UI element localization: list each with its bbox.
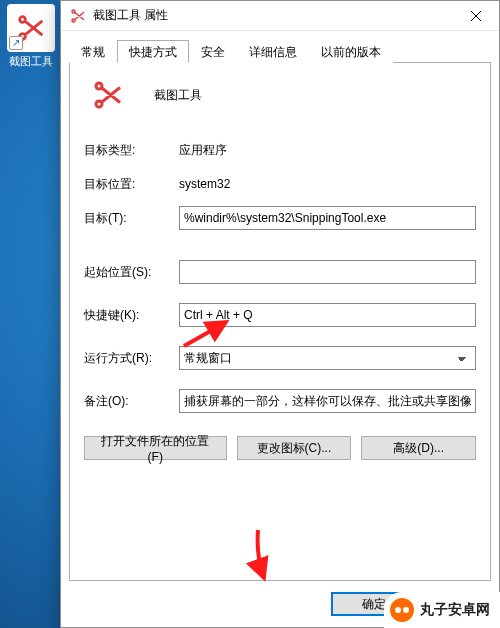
tabstrip: 常规 快捷方式 安全 详细信息 以前的版本: [69, 39, 491, 63]
label-target-type: 目标类型:: [84, 142, 179, 159]
app-name: 截图工具: [154, 87, 202, 104]
titlebar-app-icon: [69, 7, 87, 25]
brand-text: 丸子安卓网: [420, 601, 490, 619]
tab-panel-shortcut: 截图工具 目标类型: 应用程序 目标位置: system32 目标(T): 起始…: [69, 63, 491, 581]
input-comment[interactable]: [179, 389, 476, 413]
label-start-in: 起始位置(S):: [84, 264, 179, 281]
label-target: 目标(T):: [84, 210, 179, 227]
value-target-type: 应用程序: [179, 142, 227, 159]
value-target-location: system32: [179, 177, 230, 191]
select-run[interactable]: 常规窗口: [179, 346, 476, 370]
desktop-shortcut-label: 截图工具: [2, 54, 60, 69]
window-title: 截图工具 属性: [93, 7, 455, 24]
shortcut-overlay-icon: ↗: [9, 36, 23, 50]
tab-security[interactable]: 安全: [189, 40, 237, 63]
app-icon: [90, 77, 126, 113]
change-icon-button[interactable]: 更改图标(C)...: [237, 436, 352, 460]
input-shortcut-key[interactable]: [179, 303, 476, 327]
tab-previous-versions[interactable]: 以前的版本: [309, 40, 393, 63]
input-target[interactable]: [179, 206, 476, 230]
label-target-location: 目标位置:: [84, 176, 179, 193]
watermark-text: WWW.WZSQSY.COM: [365, 558, 490, 572]
advanced-button[interactable]: 高级(D)...: [361, 436, 476, 460]
label-run: 运行方式(R):: [84, 350, 179, 367]
input-start-in[interactable]: [179, 260, 476, 284]
tab-details[interactable]: 详细信息: [237, 40, 309, 63]
properties-dialog: 截图工具 属性 常规 快捷方式 安全 详细信息 以前的版本 截图工具: [60, 0, 500, 628]
close-button[interactable]: [455, 2, 497, 30]
close-icon: [471, 11, 481, 21]
brand-logo-icon: [390, 598, 414, 622]
label-comment: 备注(O):: [84, 393, 179, 410]
label-shortcut-key: 快捷键(K):: [84, 307, 179, 324]
titlebar: 截图工具 属性: [61, 1, 499, 31]
tab-general[interactable]: 常规: [69, 40, 117, 63]
tab-shortcut[interactable]: 快捷方式: [117, 40, 189, 63]
brand-badge: 丸子安卓网: [384, 592, 500, 628]
open-file-location-button[interactable]: 打开文件所在的位置(F): [84, 436, 227, 460]
snippingtool-icon: ↗: [7, 4, 55, 52]
desktop-shortcut-snippingtool[interactable]: ↗ 截图工具: [2, 4, 60, 69]
desktop-background: ↗ 截图工具 截图工具 属性 常规 快捷方式 安全 详细信息 以前的版本: [0, 0, 500, 628]
